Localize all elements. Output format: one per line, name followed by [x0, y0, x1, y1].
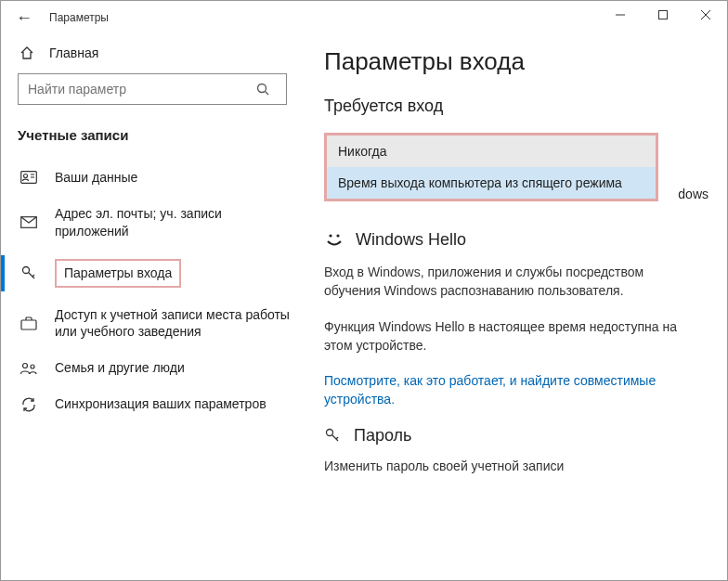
windows-hello-header: Windows Hello [324, 229, 708, 250]
search-input[interactable] [19, 82, 256, 97]
svg-line-5 [266, 92, 269, 96]
sidebar-item-label: Доступ к учетной записи места работы или… [55, 306, 296, 342]
dropdown-option-wake[interactable]: Время выхода компьютера из спящего режим… [327, 167, 656, 199]
windows-hello-title: Windows Hello [356, 230, 466, 250]
svg-line-21 [336, 437, 338, 439]
svg-point-7 [24, 174, 28, 178]
svg-point-19 [327, 430, 333, 436]
svg-point-15 [23, 363, 28, 368]
svg-line-13 [32, 275, 34, 277]
search-box[interactable] [18, 73, 287, 105]
person-card-icon [20, 171, 38, 184]
sidebar-item-family[interactable]: Семья и другие люди [18, 350, 311, 386]
svg-rect-14 [21, 320, 36, 329]
svg-point-4 [258, 84, 266, 93]
sidebar-section-header: Учетные записи [18, 127, 311, 143]
signin-required-heading: Требуется вход [324, 97, 708, 116]
truncated-text: dows [678, 187, 708, 201]
highlight-box: Параметры входа [55, 259, 181, 288]
home-link[interactable]: Главная [18, 40, 311, 73]
sidebar-item-label: Семья и другие люди [55, 359, 185, 377]
svg-point-17 [329, 234, 332, 237]
signin-dropdown[interactable]: Никогда Время выхода компьютера из спяще… [324, 133, 658, 201]
svg-point-16 [31, 365, 34, 368]
sidebar: Главная Учетные записи Ваши данные Адрес… [1, 34, 311, 580]
search-icon [256, 83, 286, 96]
sidebar-item-work-access[interactable]: Доступ к учетной записи места работы или… [18, 297, 311, 351]
people-icon [20, 361, 38, 376]
sidebar-item-sync[interactable]: Синхронизация ваших параметров [18, 386, 311, 422]
window-controls [599, 1, 727, 29]
svg-point-11 [23, 267, 30, 274]
key-icon [324, 427, 343, 444]
home-icon [20, 45, 36, 60]
password-description: Изменить пароль своей учетной записи [324, 457, 686, 475]
briefcase-icon [20, 316, 38, 330]
hello-unavailable: Функция Windows Hello в настоящее время … [324, 317, 686, 355]
page-title: Параметры входа [324, 47, 708, 76]
svg-rect-1 [659, 11, 668, 19]
password-header: Пароль [324, 426, 708, 445]
sidebar-item-label: Параметры входа [64, 265, 172, 280]
sidebar-item-signin-options[interactable]: Параметры входа [18, 250, 311, 297]
sidebar-item-label: Ваши данные [55, 169, 137, 187]
svg-point-18 [336, 234, 339, 237]
window-title: Параметры [49, 11, 109, 24]
sidebar-item-your-info[interactable]: Ваши данные [18, 160, 311, 196]
sidebar-item-label: Адрес эл. почты; уч. записи приложений [55, 205, 296, 240]
dropdown-option-never[interactable]: Никогда [327, 136, 656, 167]
sync-icon [20, 396, 38, 413]
hello-description: Вход в Windows, приложения и службы поср… [324, 263, 686, 301]
maximize-button[interactable] [642, 1, 684, 29]
content-area: Параметры входа Требуется вход dows Нико… [311, 34, 727, 580]
home-label: Главная [49, 45, 98, 60]
mail-icon [20, 216, 38, 228]
key-icon [20, 265, 38, 281]
back-button[interactable]: ← [16, 8, 42, 28]
close-button[interactable] [684, 1, 727, 29]
hello-learn-more-link[interactable]: Посмотрите, как это работает, и найдите … [324, 371, 686, 409]
sidebar-item-email[interactable]: Адрес эл. почты; уч. записи приложений [18, 196, 311, 250]
sidebar-item-label: Синхронизация ваших параметров [55, 395, 266, 413]
minimize-button[interactable] [599, 1, 642, 29]
password-title: Пароль [354, 426, 411, 445]
smile-icon [324, 229, 344, 250]
